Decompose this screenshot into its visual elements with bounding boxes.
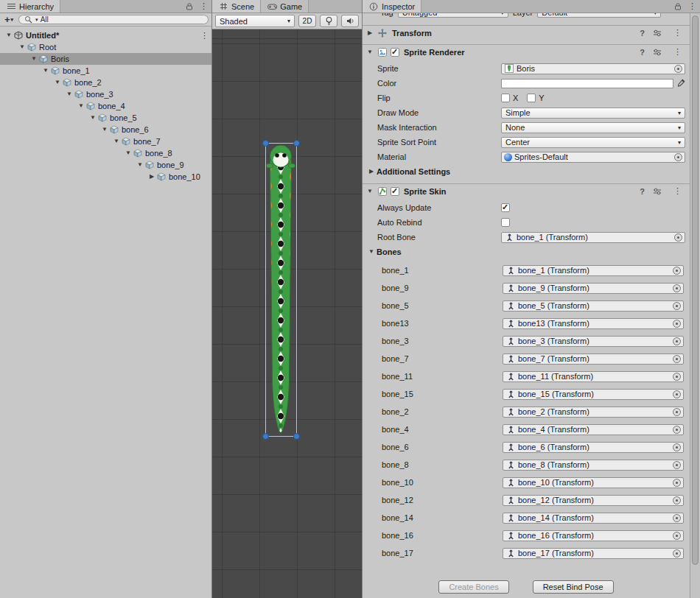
presets-icon[interactable] [652, 48, 662, 57]
expand-arrow-icon[interactable]: ▼ [18, 44, 27, 50]
expand-arrow-icon[interactable]: ▼ [124, 150, 133, 156]
tab-inspector[interactable]: Inspector [363, 0, 421, 13]
hierarchy-tree-row[interactable]: ▼ Boris [0, 53, 211, 65]
bone-object-field[interactable]: bone_14 (Transform) [503, 513, 684, 524]
create-object-button[interactable]: + ▾ [3, 14, 15, 25]
component-enabled-checkbox[interactable] [391, 187, 399, 196]
bone-object-field[interactable]: bone_16 (Transform) [503, 530, 684, 541]
help-icon[interactable]: ? [640, 29, 645, 38]
component-menu-icon[interactable]: ⋮ [670, 29, 685, 37]
expand-arrow-icon[interactable]: ▶ [367, 169, 376, 175]
panel-menu-icon[interactable]: ⋮ [685, 0, 700, 13]
bone-object-field[interactable]: bone_5 (Transform) [503, 300, 684, 312]
object-picker-icon[interactable] [673, 337, 681, 345]
object-picker-icon[interactable] [674, 153, 682, 161]
bone-object-field[interactable]: bone_8 (Transform) [503, 460, 684, 471]
presets-icon[interactable] [652, 187, 662, 196]
scene-header-row[interactable]: ▼ Untitled* ⋮ [0, 29, 211, 41]
create-bones-button[interactable]: Create Bones [438, 580, 508, 594]
tab-scene[interactable]: Scene [212, 0, 261, 13]
additional-settings-foldout[interactable]: ▶ Additional Settings [363, 164, 690, 179]
component-menu-icon[interactable]: ⋮ [670, 187, 685, 195]
bone-object-field[interactable]: bone_2 (Transform) [503, 407, 684, 418]
scene-menu-icon[interactable]: ⋮ [200, 31, 209, 41]
expand-arrow-icon[interactable]: ▶ [147, 174, 156, 180]
scrollbar-thumb[interactable] [692, 15, 699, 565]
help-icon[interactable]: ? [640, 187, 645, 196]
expand-arrow-icon[interactable]: ▼ [112, 138, 121, 144]
bone-object-field[interactable]: bone_17 (Transform) [503, 548, 684, 559]
bone-object-field[interactable]: bone_15 (Transform) [503, 389, 684, 400]
panel-menu-icon[interactable]: ⋮ [196, 0, 211, 13]
presets-icon[interactable] [652, 29, 662, 38]
hierarchy-tree-row[interactable]: ▼ bone_3 [0, 88, 211, 100]
expand-arrow-icon[interactable]: ▼ [53, 80, 62, 85]
hierarchy-tree-row[interactable]: ▼ bone_6 [0, 124, 211, 136]
object-picker-icon[interactable] [673, 390, 681, 398]
object-picker-icon[interactable] [673, 496, 681, 504]
bones-foldout[interactable]: ▼ Bones [363, 245, 690, 259]
hierarchy-tree-row[interactable]: ▼ bone_2 [0, 77, 211, 88]
expand-arrow-icon[interactable]: ▼ [88, 115, 97, 121]
help-icon[interactable]: ? [640, 48, 645, 57]
hierarchy-tree-row[interactable]: ▼ bone_4 [0, 100, 211, 112]
material-object-field[interactable]: Sprites-Default [501, 152, 685, 163]
component-enabled-checkbox[interactable] [391, 48, 399, 57]
lock-icon[interactable] [183, 0, 196, 13]
component-menu-icon[interactable]: ⋮ [670, 48, 685, 56]
expand-arrow-icon[interactable]: ▼ [29, 56, 38, 62]
flip-y-checkbox[interactable] [527, 94, 536, 102]
tag-dropdown[interactable]: Untagged ▾ [398, 13, 508, 18]
expand-arrow-icon[interactable]: ▼ [65, 91, 74, 97]
toggle-2d-button[interactable]: 2D [298, 15, 316, 27]
hierarchy-tree-row[interactable]: ▼ bone_8 [0, 147, 211, 159]
object-picker-icon[interactable] [673, 443, 681, 451]
reset-bind-pose-button[interactable]: Reset Bind Pose [533, 580, 614, 594]
object-picker-icon[interactable] [674, 65, 682, 73]
object-picker-icon[interactable] [673, 355, 681, 363]
expand-arrow-icon[interactable]: ▼ [136, 162, 144, 168]
bone-object-field[interactable]: bone_4 (Transform) [503, 424, 684, 435]
sprite-skin-component-header[interactable]: ▼ Sprite Skin ? ⋮ [363, 183, 690, 198]
bone-object-field[interactable]: bone_3 (Transform) [503, 336, 684, 347]
expand-arrow-icon[interactable]: ▼ [365, 189, 374, 194]
auto-rebind-checkbox[interactable] [501, 218, 510, 227]
hierarchy-tree-row[interactable]: ▼ bone_7 [0, 136, 211, 147]
scene-audio-button[interactable] [341, 15, 359, 27]
object-picker-icon[interactable] [673, 549, 681, 557]
bone-object-field[interactable]: bone_7 (Transform) [503, 353, 684, 365]
bone-object-field[interactable]: bone_10 (Transform) [503, 477, 684, 488]
expand-arrow-icon[interactable]: ▼ [367, 249, 376, 255]
object-picker-icon[interactable] [673, 514, 681, 522]
hierarchy-search-input[interactable]: ▾ All [18, 15, 209, 24]
mask-interaction-dropdown[interactable]: None ▾ [501, 122, 685, 133]
lock-icon[interactable] [671, 0, 685, 13]
object-picker-icon[interactable] [673, 461, 681, 469]
object-picker-icon[interactable] [673, 408, 681, 416]
tab-game[interactable]: Game [261, 0, 309, 13]
bone-object-field[interactable]: bone_12 (Transform) [503, 495, 684, 506]
hierarchy-tree-row[interactable]: ▼ bone_9 [0, 159, 211, 171]
sprite-sort-point-dropdown[interactable]: Center ▾ [501, 137, 685, 148]
layer-dropdown[interactable]: Default ▾ [537, 13, 661, 18]
hierarchy-tree-row[interactable]: ▼ Root [0, 41, 211, 53]
object-picker-icon[interactable] [673, 479, 681, 487]
expand-arrow-icon[interactable]: ▼ [365, 49, 374, 55]
hierarchy-tree-row[interactable]: ▼ bone_1 [0, 65, 211, 77]
hierarchy-tree-row[interactable]: ▼ bone_5 [0, 112, 211, 124]
object-picker-icon[interactable] [673, 426, 681, 434]
object-picker-icon[interactable] [674, 233, 682, 242]
expand-arrow-icon[interactable]: ▼ [77, 103, 85, 109]
hierarchy-tree-row[interactable]: ▶ bone_10 [0, 171, 211, 183]
bone-object-field[interactable]: bone_1 (Transform) [503, 265, 684, 276]
object-picker-icon[interactable] [673, 532, 681, 540]
object-picker-icon[interactable] [673, 302, 681, 310]
expand-arrow-icon[interactable]: ▼ [41, 68, 50, 74]
sprite-object-field[interactable]: Boris [501, 63, 685, 74]
expand-arrow-icon[interactable]: ▶ [365, 30, 374, 36]
transform-component-header[interactable]: ▶ Transform ? ⋮ [363, 25, 690, 40]
inspector-scrollbar[interactable] [690, 13, 700, 598]
object-picker-icon[interactable] [673, 373, 681, 381]
boris-sprite[interactable] [255, 138, 308, 443]
scene-lighting-button[interactable] [320, 15, 337, 27]
